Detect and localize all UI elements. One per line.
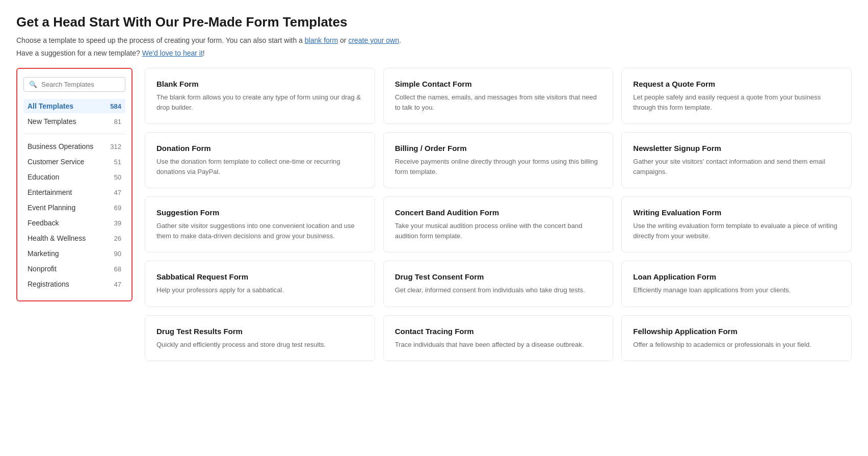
category-count: 47 xyxy=(114,189,121,196)
category-label: Event Planning xyxy=(28,204,75,212)
form-card-title: Blank Form xyxy=(156,80,363,88)
form-card-0[interactable]: Blank Form The blank form allows you to … xyxy=(145,68,375,124)
category-label: Registrations xyxy=(28,280,69,288)
form-card-4[interactable]: Billing / Order Form Receive payments on… xyxy=(383,132,614,188)
category-count: 69 xyxy=(114,204,121,212)
category-label: Entertainment xyxy=(28,188,72,196)
form-card-desc: Collect the names, emails, and messages … xyxy=(395,92,602,112)
subtitle2-start: Have a suggestion for a new template? xyxy=(16,49,140,57)
form-card-desc: Trace individuals that have been affecte… xyxy=(395,340,602,350)
form-card-desc: Offer a fellowship to academics or profe… xyxy=(633,340,840,350)
sidebar-divider xyxy=(23,134,125,134)
search-input[interactable] xyxy=(41,81,120,88)
form-card-desc: Efficiently manage loan applications fro… xyxy=(633,285,840,295)
form-card-7[interactable]: Concert Band Audition Form Take your mus… xyxy=(383,196,614,252)
category-count: 90 xyxy=(114,250,121,258)
sidebar-item-customer-service[interactable]: Customer Service 51 xyxy=(23,155,125,169)
form-card-5[interactable]: Newsletter Signup Form Gather your site … xyxy=(621,132,852,188)
sidebar-item-nonprofit[interactable]: Nonprofit 68 xyxy=(23,262,125,276)
category-label: Customer Service xyxy=(28,158,84,166)
form-card-desc: The blank form allows you to create any … xyxy=(156,92,363,112)
form-card-11[interactable]: Loan Application Form Efficiently manage… xyxy=(621,261,852,307)
sidebar: 🔍 All Templates 584 New Templates 81 Bus… xyxy=(16,68,133,301)
sidebar-item-entertainment[interactable]: Entertainment 47 xyxy=(23,185,125,199)
form-card-13[interactable]: Contact Tracing Form Trace individuals t… xyxy=(383,315,614,362)
new-templates-count: 81 xyxy=(114,118,121,125)
page-title: Get a Head Start With Our Pre-Made Form … xyxy=(16,14,852,30)
form-card-desc: Get clear, informed consent from individ… xyxy=(395,285,602,295)
category-count: 26 xyxy=(114,235,121,242)
form-card-title: Drug Test Results Form xyxy=(156,327,363,336)
form-card-desc: Gather your site visitors' contact infor… xyxy=(633,157,840,176)
form-card-14[interactable]: Fellowship Application Form Offer a fell… xyxy=(621,315,852,362)
search-box[interactable]: 🔍 xyxy=(23,77,125,92)
form-card-title: Simple Contact Form xyxy=(395,80,602,88)
sidebar-item-registrations[interactable]: Registrations 47 xyxy=(23,277,125,291)
form-card-title: Billing / Order Form xyxy=(395,144,602,153)
form-card-3[interactable]: Donation Form Use the donation form temp… xyxy=(145,132,375,188)
category-label: Education xyxy=(28,173,59,181)
category-count: 68 xyxy=(114,265,121,273)
content-area: Blank Form The blank form allows you to … xyxy=(133,68,852,361)
cards-grid: Blank Form The blank form allows you to … xyxy=(145,68,852,361)
form-card-desc: Let people safely and easily request a q… xyxy=(633,92,840,112)
form-card-desc: Take your musical audition process onlin… xyxy=(395,221,602,241)
form-card-title: Request a Quote Form xyxy=(633,80,840,88)
sidebar-item-marketing[interactable]: Marketing 90 xyxy=(23,246,125,261)
form-card-desc: Gather site visitor suggestions into one… xyxy=(156,221,363,241)
form-card-12[interactable]: Drug Test Results Form Quickly and effic… xyxy=(145,315,375,362)
sidebar-item-education[interactable]: Education 50 xyxy=(23,170,125,184)
category-label: Marketing xyxy=(28,249,59,258)
form-card-title: Newsletter Signup Form xyxy=(633,144,840,153)
sidebar-item-feedback[interactable]: Feedback 39 xyxy=(23,216,125,230)
main-layout: 🔍 All Templates 584 New Templates 81 Bus… xyxy=(16,68,852,361)
sidebar-item-event-planning[interactable]: Event Planning 69 xyxy=(23,200,125,215)
subtitle-mid: or xyxy=(340,36,346,44)
form-card-title: Loan Application Form xyxy=(633,272,840,281)
form-card-desc: Quickly and efficiently process and stor… xyxy=(156,340,363,350)
new-templates-label: New Templates xyxy=(28,117,76,125)
category-label: Health & Wellness xyxy=(28,234,86,242)
sidebar-item-new-templates[interactable]: New Templates 81 xyxy=(23,114,125,129)
category-count: 50 xyxy=(114,173,121,181)
form-card-10[interactable]: Drug Test Consent Form Get clear, inform… xyxy=(383,261,614,307)
form-card-desc: Use the writing evaluation form template… xyxy=(633,221,840,241)
form-card-1[interactable]: Simple Contact Form Collect the names, e… xyxy=(383,68,614,124)
all-templates-count: 584 xyxy=(110,103,121,110)
form-card-2[interactable]: Request a Quote Form Let people safely a… xyxy=(621,68,852,124)
form-card-desc: Help your professors apply for a sabbati… xyxy=(156,285,363,295)
form-card-6[interactable]: Suggestion Form Gather site visitor sugg… xyxy=(145,196,375,252)
form-card-9[interactable]: Sabbatical Request Form Help your profes… xyxy=(145,261,375,307)
form-card-title: Sabbatical Request Form xyxy=(156,272,363,281)
page-wrapper: Get a Head Start With Our Pre-Made Form … xyxy=(0,0,868,375)
all-templates-label: All Templates xyxy=(28,102,73,110)
category-label: Business Operations xyxy=(28,142,93,150)
categories-container: Business Operations 312 Customer Service… xyxy=(23,139,125,291)
form-card-8[interactable]: Writing Evaluation Form Use the writing … xyxy=(621,196,852,252)
form-card-title: Suggestion Form xyxy=(156,208,363,217)
form-card-title: Writing Evaluation Form xyxy=(633,208,840,217)
sidebar-item-all-templates[interactable]: All Templates 584 xyxy=(23,99,125,113)
subtitle-text: Choose a template to speed up the proces… xyxy=(16,36,303,44)
category-count: 312 xyxy=(110,143,121,150)
form-card-title: Donation Form xyxy=(156,144,363,153)
category-label: Feedback xyxy=(28,219,59,227)
category-count: 39 xyxy=(114,219,121,227)
page-subtitle-2: Have a suggestion for a new template? We… xyxy=(16,48,852,59)
category-label: Nonprofit xyxy=(28,265,57,273)
category-count: 51 xyxy=(114,158,121,166)
sidebar-item-business-operations[interactable]: Business Operations 312 xyxy=(23,139,125,154)
form-card-title: Drug Test Consent Form xyxy=(395,272,602,281)
form-card-title: Contact Tracing Form xyxy=(395,327,602,336)
form-card-desc: Use the donation form template to collec… xyxy=(156,157,363,176)
sidebar-item-health---wellness[interactable]: Health & Wellness 26 xyxy=(23,231,125,245)
form-card-title: Fellowship Application Form xyxy=(633,327,840,336)
category-count: 47 xyxy=(114,281,121,288)
page-subtitle: Choose a template to speed up the proces… xyxy=(16,35,852,46)
feedback-link[interactable]: We'd love to hear it xyxy=(142,49,203,57)
blank-form-link[interactable]: blank form xyxy=(305,36,338,44)
form-card-desc: Receive payments online directly through… xyxy=(395,157,602,176)
search-icon: 🔍 xyxy=(29,81,37,88)
form-card-title: Concert Band Audition Form xyxy=(395,208,602,217)
create-own-link[interactable]: create your own xyxy=(348,36,399,44)
